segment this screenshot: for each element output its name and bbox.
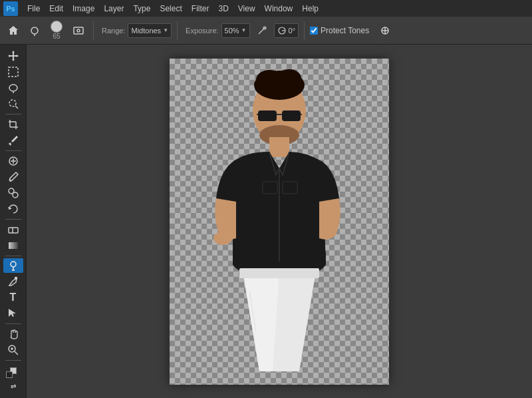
exposure-value: 50% bbox=[225, 27, 239, 35]
svg-rect-24 bbox=[9, 228, 18, 233]
main-area: T ⇄ bbox=[0, 45, 532, 398]
svg-point-11 bbox=[9, 85, 17, 91]
brush-size-value: 65 bbox=[53, 33, 60, 40]
canvas-wrapper bbox=[170, 59, 389, 385]
tool-hand[interactable] bbox=[3, 327, 23, 341]
range-chevron-icon: ▼ bbox=[163, 27, 168, 33]
tool-separator-4 bbox=[5, 256, 21, 256]
tool-gradient[interactable] bbox=[3, 238, 23, 253]
tool-crop[interactable] bbox=[3, 117, 23, 132]
menu-file[interactable]: File bbox=[23, 3, 44, 15]
svg-rect-26 bbox=[9, 242, 18, 249]
tool-separator-3 bbox=[5, 219, 21, 220]
tool-path-select[interactable] bbox=[3, 306, 23, 321]
tool-lasso[interactable] bbox=[3, 81, 23, 95]
mask-icon[interactable] bbox=[69, 21, 88, 40]
ps-logo: Ps bbox=[3, 1, 18, 16]
tool-separator-5 bbox=[5, 323, 21, 324]
brush-preview bbox=[51, 21, 63, 33]
angle-value: 0° bbox=[289, 27, 296, 35]
canvas-figure bbox=[170, 59, 389, 385]
svg-rect-48 bbox=[239, 268, 319, 278]
svg-point-23 bbox=[13, 192, 18, 198]
tool-dodge[interactable] bbox=[3, 258, 23, 273]
svg-point-47 bbox=[213, 232, 232, 245]
home-icon[interactable] bbox=[4, 21, 23, 40]
menu-window[interactable]: Window bbox=[261, 3, 297, 15]
person-silhouette bbox=[193, 65, 366, 378]
left-sidebar: T ⇄ bbox=[0, 45, 27, 398]
svg-point-39 bbox=[277, 69, 301, 88]
toolbar-divider-2 bbox=[177, 21, 178, 40]
svg-rect-46 bbox=[269, 137, 289, 157]
menu-bar: Ps File Edit Image Layer Type Select Fil… bbox=[0, 0, 532, 17]
svg-point-27 bbox=[11, 262, 16, 267]
range-dropdown[interactable]: Midtones ▼ bbox=[128, 23, 172, 38]
brush-size-control[interactable]: 65 bbox=[47, 21, 66, 40]
tool-swap-colors[interactable]: ⇄ bbox=[3, 379, 23, 394]
menu-help[interactable]: Help bbox=[298, 3, 323, 15]
canvas-area[interactable] bbox=[27, 45, 532, 398]
svg-point-13 bbox=[9, 100, 16, 106]
svg-marker-31 bbox=[9, 309, 16, 317]
menu-filter[interactable]: Filter bbox=[188, 3, 213, 15]
menu-edit[interactable]: Edit bbox=[45, 3, 67, 15]
svg-point-30 bbox=[15, 278, 17, 280]
toolbar-divider-1 bbox=[93, 21, 94, 40]
tool-clone[interactable] bbox=[3, 186, 23, 200]
tool-spot-heal[interactable] bbox=[3, 154, 23, 168]
extra-settings-icon[interactable] bbox=[376, 21, 394, 40]
range-value: Midtones bbox=[131, 27, 161, 35]
tool-marquee[interactable] bbox=[3, 65, 23, 79]
tool-foreground-color[interactable] bbox=[3, 363, 23, 378]
menu-image[interactable]: Image bbox=[68, 3, 98, 15]
tool-quick-select[interactable] bbox=[3, 97, 23, 111]
menu-3d[interactable]: 3D bbox=[214, 3, 232, 15]
svg-line-14 bbox=[15, 106, 18, 108]
tool-move[interactable] bbox=[3, 49, 23, 63]
range-label: Range: bbox=[102, 27, 125, 35]
svg-rect-41 bbox=[282, 110, 301, 121]
menu-view[interactable]: View bbox=[234, 3, 259, 15]
tool-separator-2 bbox=[5, 150, 21, 151]
svg-rect-40 bbox=[258, 110, 277, 121]
svg-point-0 bbox=[31, 27, 38, 34]
exposure-dropdown[interactable]: 50% ▼ bbox=[221, 23, 250, 38]
protect-tones-group[interactable]: Protect Tones bbox=[310, 26, 369, 35]
exposure-label: Exposure: bbox=[186, 27, 219, 35]
tool-pen[interactable] bbox=[3, 274, 23, 289]
menu-layer[interactable]: Layer bbox=[100, 3, 128, 15]
svg-line-33 bbox=[15, 351, 18, 355]
svg-point-3 bbox=[77, 29, 80, 32]
svg-rect-2 bbox=[74, 27, 83, 34]
exposure-chevron-icon: ▼ bbox=[241, 27, 247, 33]
toolbar-divider-3 bbox=[304, 21, 305, 40]
tool-eraser[interactable] bbox=[3, 222, 23, 237]
menu-type[interactable]: Type bbox=[129, 3, 154, 15]
svg-rect-10 bbox=[9, 67, 18, 77]
tool-text[interactable]: T bbox=[3, 290, 23, 305]
airbrush-icon[interactable] bbox=[253, 21, 271, 40]
tool-history-brush[interactable] bbox=[3, 202, 23, 216]
protect-tones-label: Protect Tones bbox=[321, 26, 369, 35]
tool-brush[interactable] bbox=[3, 170, 23, 184]
tool-eyedropper[interactable] bbox=[3, 133, 23, 148]
tool-zoom[interactable] bbox=[3, 343, 23, 357]
angle-control[interactable]: 0° bbox=[274, 23, 299, 38]
protect-tones-checkbox[interactable] bbox=[310, 27, 318, 35]
options-toolbar: 65 Range: Midtones ▼ Exposure: 50% ▼ 0° bbox=[0, 17, 532, 45]
tool-separator-1 bbox=[5, 114, 21, 114]
menu-select[interactable]: Select bbox=[156, 3, 186, 15]
brush-tool-icon[interactable] bbox=[25, 21, 44, 40]
tool-separator-6 bbox=[5, 360, 21, 361]
